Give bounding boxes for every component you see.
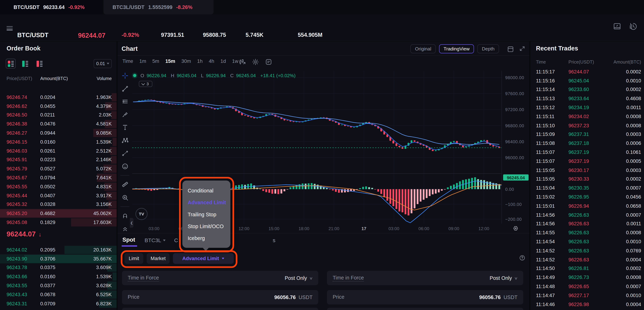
chart-mode-depth[interactable]: Depth bbox=[478, 44, 499, 53]
trend-line-icon[interactable] bbox=[119, 83, 131, 94]
chart-style-icon[interactable] bbox=[238, 58, 246, 66]
crosshair-icon[interactable] bbox=[119, 70, 131, 81]
fullscreen-icon[interactable] bbox=[519, 46, 525, 53]
xabcd-pattern-icon[interactable] bbox=[119, 135, 131, 146]
trade-amount: 0.0007 bbox=[626, 185, 641, 191]
chart-mode-original[interactable]: Original bbox=[410, 44, 436, 53]
interval-1w[interactable]: 1w bbox=[232, 58, 238, 64]
sell-next-field[interactable] bbox=[327, 308, 523, 310]
current-price-tag: 96245.04 bbox=[503, 174, 529, 180]
interval-15m[interactable]: 15m bbox=[165, 58, 175, 64]
order-type-advanced-dropdown[interactable]: Advanced Limit bbox=[173, 253, 234, 264]
pair-tab-btcusdt[interactable]: BTC/USDT 96233.64 -0.92% bbox=[0, 0, 102, 14]
trade-price: 96226.98 bbox=[568, 302, 589, 307]
layout-icon[interactable] bbox=[507, 46, 514, 53]
order-book-row[interactable]: 96246.03 0.0261 2.512K bbox=[0, 146, 116, 155]
order-book-row[interactable]: 96243.78 0.0375 3.609K bbox=[0, 263, 116, 272]
menu-item-iceberg[interactable]: Iceberg bbox=[182, 232, 230, 244]
buy-next-field[interactable] bbox=[122, 308, 318, 310]
horizontal-lines-icon[interactable] bbox=[119, 96, 131, 107]
ruler-icon[interactable] bbox=[119, 179, 131, 190]
interval-5m[interactable]: 5m bbox=[152, 58, 159, 64]
book-both-icon[interactable] bbox=[6, 59, 16, 69]
help-icon[interactable] bbox=[519, 255, 525, 261]
interval-30m[interactable]: 30m bbox=[181, 58, 191, 64]
menu-item-advanced-limit[interactable]: Advanced Limit bbox=[182, 197, 230, 208]
sell-time-in-force-select[interactable]: Time in Force Post Only∨ bbox=[327, 271, 523, 285]
ob-volume: 2.146K bbox=[96, 157, 112, 163]
interval-1d[interactable]: 1d bbox=[220, 58, 226, 64]
sell-price-input[interactable]: Price 96056.76USDT bbox=[327, 290, 523, 305]
text-icon[interactable] bbox=[119, 122, 131, 133]
order-book-row[interactable]: 96246.50 0.0211 2.03K bbox=[0, 111, 116, 120]
zoom-in-icon[interactable] bbox=[119, 192, 131, 203]
brush-icon[interactable] bbox=[119, 109, 131, 120]
order-book-row[interactable]: 96245.91 0.0223 2.146K bbox=[0, 155, 116, 164]
pair-selector-dropdown[interactable]: BTC3L bbox=[145, 237, 166, 243]
forecast-icon[interactable] bbox=[119, 148, 131, 159]
ob-volume: 45.062K bbox=[93, 211, 112, 216]
stat-value: 95808.75 bbox=[203, 32, 226, 38]
order-book-row[interactable]: 96245.44 0.0407 3.917K bbox=[0, 191, 116, 200]
menu-item-stop-limit-oco[interactable]: Stop Limit/OCO bbox=[182, 220, 230, 232]
precision-dropdown[interactable]: 0.01 bbox=[94, 59, 112, 68]
buy-time-in-force-select[interactable]: Time in Force Post Only∨ bbox=[122, 271, 318, 285]
order-book-row[interactable]: 96245.32 0.0328 3.156K bbox=[0, 200, 116, 209]
menu-item-conditional[interactable]: Conditional bbox=[182, 185, 230, 197]
tab-spot[interactable]: Spot bbox=[122, 236, 135, 243]
tab-change: -8.26% bbox=[176, 4, 192, 10]
trade-row: 11:14:55 96226.63 0.0008 bbox=[530, 228, 644, 237]
ob-volume: 9.085K bbox=[96, 130, 112, 136]
book-bids-icon[interactable] bbox=[20, 59, 30, 69]
order-book-row[interactable]: 96243.90 0.3706 35.667K bbox=[0, 254, 116, 263]
menu-icon[interactable] bbox=[7, 25, 13, 31]
book-asks-icon[interactable] bbox=[34, 59, 44, 69]
axis-settings-icon[interactable] bbox=[513, 225, 519, 231]
order-book-row[interactable]: 96245.08 0.1829 17.603K bbox=[0, 218, 116, 227]
gear-icon[interactable] bbox=[252, 58, 259, 66]
interval-1h[interactable]: 1h bbox=[197, 58, 203, 64]
price-axis[interactable]: 98000.0097600.0097200.0096800.0096400.00… bbox=[502, 70, 529, 224]
order-book-row[interactable]: 96246.15 0.0160 1.539K bbox=[0, 137, 116, 146]
order-type-limit[interactable]: Limit bbox=[124, 253, 144, 264]
order-book-row[interactable]: 96243.43 0.0678 6.525K bbox=[0, 290, 116, 299]
indicators-icon[interactable] bbox=[265, 58, 272, 66]
indicators-collapse-badge[interactable]: 3 bbox=[139, 81, 152, 87]
guide-icon[interactable] bbox=[613, 22, 621, 31]
order-book-row[interactable]: 96245.79 0.0527 5.072K bbox=[0, 164, 116, 173]
interval-4h[interactable]: 4h bbox=[209, 58, 214, 64]
order-book-row[interactable]: 96246.27 0.0944 9.085K bbox=[0, 129, 116, 137]
order-book-row[interactable]: 96245.67 0.0794 7.641K bbox=[0, 173, 116, 182]
emoji-icon[interactable] bbox=[119, 161, 131, 172]
order-book-row[interactable]: 96243.66 0.0160 1.539K bbox=[0, 272, 116, 281]
pair-tab-btc3lusdt[interactable]: BTC3L/USDT 1.5552599 -8.26% bbox=[104, 0, 214, 14]
order-book-row[interactable]: 96246.74 0.0204 1.963K bbox=[0, 93, 116, 102]
order-type-market[interactable]: Market bbox=[146, 253, 170, 264]
order-book-row[interactable]: 96244.02 0.2095 20.163K bbox=[0, 245, 116, 254]
ob-price: 96245.67 bbox=[7, 175, 27, 181]
menu-item-trailing-stop[interactable]: Trailing Stop bbox=[182, 208, 230, 220]
order-book-row[interactable]: 96246.62 0.0455 4.379K bbox=[0, 102, 116, 111]
interval-1m[interactable]: 1m bbox=[139, 58, 146, 64]
chart-mode-tradingview[interactable]: TradingView bbox=[439, 44, 474, 53]
ob-price: 96243.90 bbox=[7, 256, 27, 262]
order-book-row[interactable]: 96245.20 0.4682 45.062K bbox=[0, 209, 116, 218]
order-book-row[interactable]: 96246.38 0.0476 4.581K bbox=[0, 120, 116, 129]
trade-amount: 0.0003 bbox=[626, 167, 641, 173]
order-history-icon[interactable] bbox=[629, 22, 637, 31]
trade-row: 11:15:02 96226.95 0.0456 bbox=[530, 192, 644, 201]
trade-time: 11:14:49 bbox=[536, 275, 555, 280]
ob-amount: 0.1829 bbox=[40, 220, 55, 225]
last-price-row[interactable]: 96244.07 ↓ bbox=[7, 228, 42, 241]
interval-time[interactable]: Time bbox=[122, 58, 133, 64]
order-book-row[interactable]: 96245.55 0.0502 4.831K bbox=[0, 182, 116, 191]
trade-row: 11:14:49 96226.73 0.0008 bbox=[530, 273, 644, 282]
buy-price-input[interactable]: Price 96056.76USDT bbox=[122, 290, 318, 305]
macd-axis-label: −200.00 bbox=[505, 217, 522, 222]
ob-price: 96246.15 bbox=[7, 139, 27, 145]
chevrons-up-icon[interactable] bbox=[119, 223, 131, 234]
tradingview-logo[interactable]: TV bbox=[136, 208, 147, 220]
order-book-row[interactable]: 96243.55 0.0377 3.628K bbox=[0, 281, 116, 290]
order-book-row[interactable]: 96243.31 0.0709 6.823K bbox=[0, 299, 116, 308]
magnet-icon[interactable] bbox=[119, 210, 131, 221]
